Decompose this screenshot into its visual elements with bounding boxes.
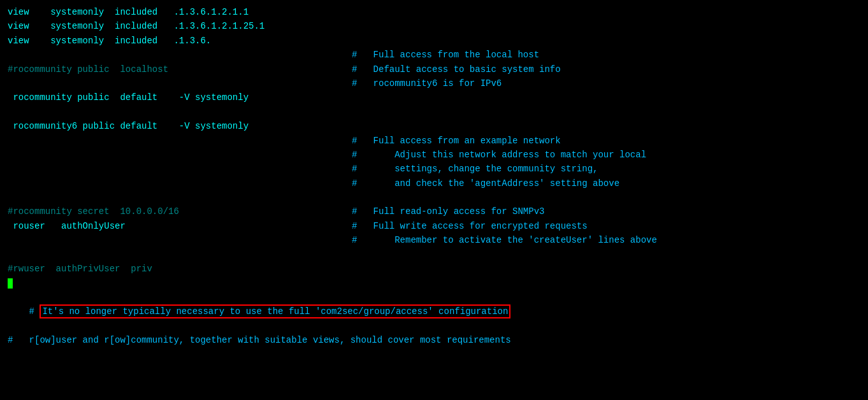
commented-rocommunity-localhost: #rocommunity public localhost	[8, 62, 352, 76]
spacer-line-6: # and check the 'agentAddress' setting a…	[8, 176, 860, 190]
highlighted-comment-line: # It's no longer typically necessary to …	[8, 290, 860, 333]
spacer-line-1: # Full access from the local host	[8, 48, 860, 62]
rouser-text: rouser authOnlyUser	[8, 219, 352, 233]
code-line-3: view systemonly included .1.3.6.	[8, 34, 860, 48]
code-line-1: view systemonly included .1.3.6.1.2.1.1	[8, 5, 860, 19]
code-line-2: view systemonly included .1.3.6.1.2.1.25…	[8, 19, 860, 33]
rouser-line: rouser authOnlyUser # Full write access …	[8, 219, 860, 233]
empty-2	[8, 190, 860, 204]
comment-agent-address: # and check the 'agentAddress' setting a…	[352, 176, 619, 190]
comment-ipv6: # rocommunity6 is for IPv6	[352, 76, 502, 90]
rocommunity6-default-line: rocommunity6 public default -V systemonl…	[8, 119, 860, 133]
comment-full-access: # Full access from the local host	[352, 48, 539, 62]
cursor-line	[8, 276, 860, 290]
comment-readonly-snmpv3: # Full read-only access for SNMPv3	[352, 204, 544, 218]
rocommunity-localhost-line: #rocommunity public localhost # Default …	[8, 62, 860, 76]
terminal-window: view systemonly included .1.3.6.1.2.1.1 …	[8, 5, 860, 395]
spacer-line-5: # settings, change the community string,	[8, 162, 860, 176]
spacer-line-4: # Adjust this network address to match y…	[8, 148, 860, 162]
spacer-line-7: # Remember to activate the 'createUser' …	[8, 233, 860, 247]
comment-default-access: # Default access to basic system info	[352, 62, 561, 76]
comment-activate-createuser: # Remember to activate the 'createUser' …	[352, 233, 657, 247]
comment-settings: # settings, change the community string,	[352, 162, 598, 176]
empty-1	[8, 105, 860, 119]
empty-3	[8, 248, 860, 262]
commented-rocommunity-secret: #rocommunity secret 10.0.0.0/16	[8, 204, 352, 218]
comment-write-access: # Full write access for encrypted reques…	[352, 219, 588, 233]
rwuser-line: #rwuser authPrivUser priv	[8, 262, 860, 276]
comment-adjust-network: # Adjust this network address to match y…	[352, 148, 646, 162]
spacer-line-3: # Full access from an example network	[8, 134, 860, 148]
rocommunity-default-line: rocommunity public default -V systemonly	[8, 90, 860, 104]
spacer-line-2: # rocommunity6 is for IPv6	[8, 76, 860, 90]
comment-example-network: # Full access from an example network	[352, 134, 561, 148]
last-comment-line: # r[ow]user and r[ow]community, together…	[8, 333, 860, 347]
highlighted-text: It's no longer typically necessary to us…	[40, 304, 510, 318]
hash-prefix: #	[29, 306, 40, 317]
rocommunity-secret-line: #rocommunity secret 10.0.0.0/16 # Full r…	[8, 204, 860, 218]
terminal-cursor	[8, 278, 13, 289]
